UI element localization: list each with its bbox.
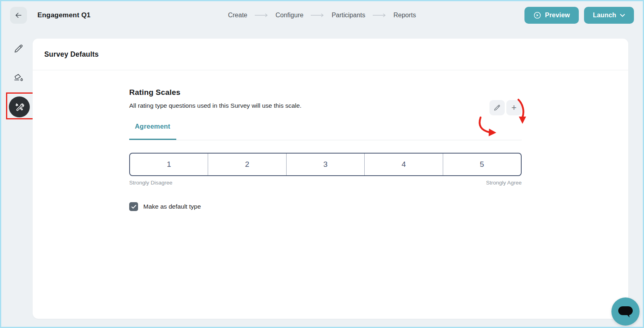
sidebar-edit-button[interactable] [11, 41, 26, 56]
page-title: Survey Defaults [33, 39, 628, 70]
scale-option-1[interactable]: 1 [130, 154, 208, 175]
back-button[interactable] [10, 7, 27, 24]
topbar-actions: Preview Launch [524, 7, 634, 24]
scale-option-3[interactable]: 3 [286, 154, 364, 175]
preview-label: Preview [545, 12, 570, 19]
step-configure[interactable]: Configure [276, 12, 303, 19]
paint-bucket-icon [12, 72, 25, 84]
pencil-icon [493, 104, 501, 112]
sidebar-defaults-button[interactable] [9, 96, 30, 117]
step-create[interactable]: Create [228, 12, 247, 19]
breadcrumb: Create Configure Participants Reports [228, 1, 416, 29]
edit-scale-button[interactable] [489, 100, 505, 115]
chat-bubble-icon [618, 305, 633, 318]
default-type-row[interactable]: Make as default type [129, 202, 522, 211]
long-arrow-right-icon [255, 13, 268, 17]
launch-label: Launch [593, 12, 616, 19]
preview-button[interactable]: Preview [524, 7, 579, 24]
tab-agreement[interactable]: Agreement [129, 119, 176, 140]
top-bar: Engagement Q1 Create Configure Participa… [1, 1, 643, 29]
rating-scale-table: 1 2 3 4 5 [129, 153, 522, 176]
scale-labels: Strongly Disagree Strongly Agree [129, 180, 522, 186]
chevron-down-icon [620, 14, 625, 17]
scale-option-2[interactable]: 2 [208, 154, 286, 175]
section-description: All rating type questions used in this S… [129, 102, 522, 109]
scale-min-label: Strongly Disagree [129, 180, 172, 186]
survey-title: Engagement Q1 [37, 11, 91, 19]
launch-button[interactable]: Launch [584, 7, 634, 24]
default-type-label: Make as default type [143, 203, 201, 210]
add-scale-button[interactable]: + [506, 100, 522, 115]
scale-actions: + [489, 100, 522, 115]
checkmark-icon [131, 205, 136, 209]
section-title: Rating Scales [129, 88, 522, 97]
rating-scale-tabs: Agreement + [129, 119, 522, 140]
long-arrow-right-icon [372, 13, 386, 17]
plus-icon: + [512, 102, 517, 113]
scale-option-4[interactable]: 4 [364, 154, 442, 175]
sidebar-theme-button[interactable] [11, 70, 26, 85]
step-reports[interactable]: Reports [393, 12, 416, 19]
step-participants[interactable]: Participants [332, 12, 365, 19]
scale-max-label: Strongly Agree [486, 180, 522, 186]
long-arrow-right-icon [311, 13, 324, 17]
card-body: Rating Scales All rating type questions … [33, 70, 628, 211]
scale-option-5[interactable]: 5 [443, 154, 521, 175]
pencil-icon [13, 43, 24, 54]
default-type-checkbox[interactable] [129, 202, 138, 211]
tools-icon [14, 102, 25, 113]
play-circle-icon [533, 11, 541, 19]
chat-launcher-button[interactable] [611, 297, 640, 326]
arrow-left-icon [14, 11, 23, 20]
survey-defaults-card: Survey Defaults Rating Scales All rating… [33, 39, 628, 319]
